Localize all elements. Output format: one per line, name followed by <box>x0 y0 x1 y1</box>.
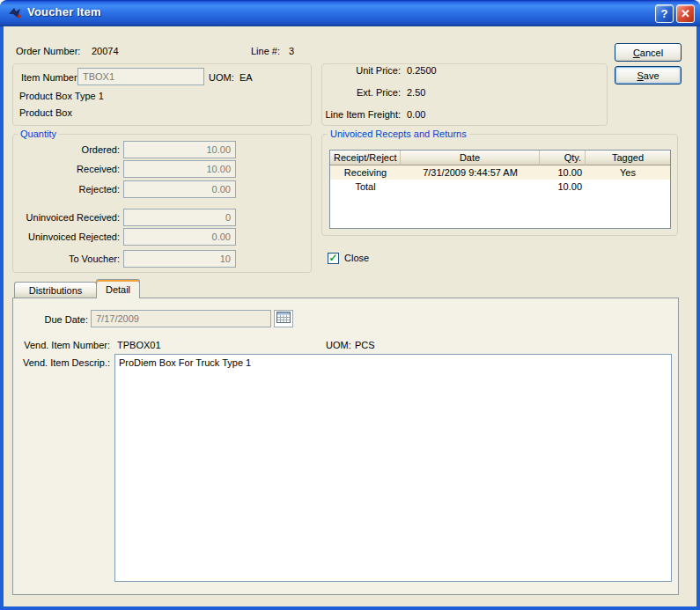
order-number-label: Order Number: <box>16 45 80 57</box>
item-uom-label: UOM: <box>209 71 234 84</box>
cell-qty: 10.00 <box>540 165 586 180</box>
line-number-label: Line #: <box>251 45 280 57</box>
receipts-table: Receipt/Reject Date Qty. Tagged Receivin… <box>329 150 671 229</box>
header-receipt-reject[interactable]: Receipt/Reject <box>330 151 401 165</box>
line-item-freight-value: 0.00 <box>407 108 425 121</box>
calendar-icon <box>276 311 291 327</box>
item-uom-value: EA <box>239 71 253 84</box>
vend-item-descrip-label: Vend. Item Descrip.: <box>12 356 110 369</box>
close-checkbox-label: Close <box>344 252 369 264</box>
item-number-field[interactable]: TBOX1 <box>77 68 204 85</box>
cell-date: 7/31/2009 9:44:57 AM <box>401 165 540 180</box>
help-button[interactable]: ? <box>655 4 674 23</box>
vend-item-number-label: Vend. Item Number: <box>12 339 110 351</box>
received-field[interactable]: 10.00 <box>123 160 236 178</box>
save-button[interactable]: Save <box>615 66 682 85</box>
ext-price-value: 2.50 <box>407 86 425 99</box>
quantity-group-label: Quantity <box>18 129 59 140</box>
table-row[interactable]: Total 10.00 <box>330 180 670 194</box>
voucher-item-window: Voucher Item ? ✕ Order Number: 20074 Lin… <box>0 0 700 610</box>
app-icon <box>8 6 22 20</box>
uninvoiced-received-field[interactable]: 0 <box>123 209 236 226</box>
cancel-button[interactable]: Cancel <box>615 43 682 62</box>
uninvoiced-received-label: Uninvoiced Received: <box>12 211 120 224</box>
product-description-1: Product Box Type 1 <box>19 90 104 102</box>
ext-price-label: Ext. Price: <box>321 86 401 99</box>
header-date[interactable]: Date <box>401 151 540 165</box>
close-button[interactable]: ✕ <box>676 4 695 23</box>
detail-uom-value: PCS <box>355 339 375 351</box>
cell-receipt-type: Total <box>330 180 401 194</box>
order-number-value: 20074 <box>92 45 119 57</box>
ordered-label: Ordered: <box>12 143 120 156</box>
tab-detail[interactable]: Detail <box>96 279 140 298</box>
cell-date <box>401 180 540 194</box>
tab-distributions[interactable]: Distributions <box>14 282 97 298</box>
uninvoiced-rejected-field[interactable]: 0.00 <box>123 228 236 246</box>
rejected-label: Rejected: <box>12 183 120 195</box>
line-item-freight-label: Line Item Freight: <box>321 108 401 121</box>
ordered-field[interactable]: 10.00 <box>123 141 236 158</box>
calendar-button[interactable] <box>274 310 293 327</box>
unit-price-label: Unit Price: <box>321 64 401 77</box>
receipts-group-label: Univoiced Recepts and Returns <box>328 129 469 140</box>
rejected-field[interactable]: 0.00 <box>123 180 236 198</box>
unit-price-value: 0.2500 <box>407 64 437 77</box>
header-qty[interactable]: Qty. <box>540 151 586 165</box>
checkmark-icon: ✓ <box>328 253 337 263</box>
cell-receipt-type: Receiving <box>330 165 401 180</box>
item-number-label: Item Number: <box>21 71 80 84</box>
cell-tagged <box>586 180 670 194</box>
table-row[interactable]: Receiving 7/31/2009 9:44:57 AM 10.00 Yes <box>330 165 670 180</box>
cell-qty: 10.00 <box>540 180 586 194</box>
detail-uom-label: UOM: <box>326 339 351 351</box>
to-voucher-label: To Voucher: <box>12 253 120 265</box>
due-date-label: Due Date: <box>12 313 88 326</box>
header-tagged[interactable]: Tagged <box>586 151 670 165</box>
dialog-body: Order Number: 20074 Line #: 3 Cancel Sav… <box>4 26 696 606</box>
table-header-row: Receipt/Reject Date Qty. Tagged <box>330 151 670 165</box>
product-description-2: Product Box <box>19 107 72 119</box>
window-title: Voucher Item <box>27 5 101 18</box>
due-date-field[interactable]: 7/17/2009 <box>91 310 271 327</box>
vend-item-descrip-field[interactable]: ProDiem Box For Truck Type 1 <box>114 354 672 582</box>
cell-tagged: Yes <box>586 165 670 180</box>
uninvoiced-rejected-label: Uninvoiced Rejected: <box>12 231 120 243</box>
to-voucher-field[interactable]: 10 <box>123 250 236 268</box>
vend-item-number-value: TPBOX01 <box>117 339 161 351</box>
close-checkbox[interactable]: ✓ <box>328 253 339 264</box>
titlebar[interactable]: Voucher Item ? ✕ <box>0 0 700 26</box>
received-label: Received: <box>12 163 120 175</box>
line-number-value: 3 <box>289 45 294 57</box>
